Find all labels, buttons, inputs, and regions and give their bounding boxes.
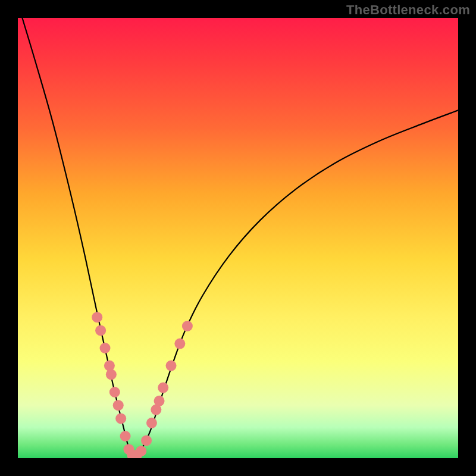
data-point-dot: [100, 343, 111, 353]
data-point-dot: [109, 387, 120, 397]
gradient-plot-area: [18, 18, 458, 458]
data-point-dot: [174, 339, 185, 349]
data-point-dot: [154, 396, 165, 406]
data-point-dot: [158, 383, 168, 393]
data-point-dot: [146, 418, 157, 428]
curve-overlay: [18, 18, 458, 458]
data-point-dot: [104, 361, 115, 371]
data-point-dot: [141, 435, 152, 446]
data-point-dot: [115, 413, 126, 424]
watermark-attribution: TheBottleneck.com: [346, 2, 470, 18]
data-point-dot: [182, 321, 193, 331]
data-point-dot: [136, 446, 146, 456]
data-point-dot: [92, 312, 102, 322]
data-point-dot: [113, 400, 124, 411]
data-point-dot: [120, 431, 131, 441]
data-point-dot: [106, 369, 117, 380]
data-point-dot: [95, 325, 106, 336]
bottleneck-curve: [132, 110, 458, 456]
data-point-dot: [166, 361, 177, 371]
chart-frame: TheBottleneck.com: [0, 0, 476, 476]
